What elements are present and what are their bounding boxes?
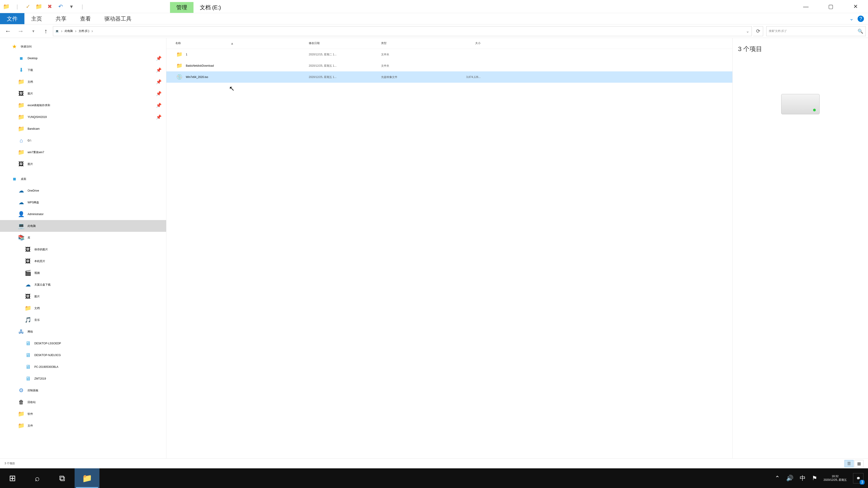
chevron-right-icon[interactable]: › — [92, 29, 93, 33]
tree-item[interactable]: DESKTOP-NJEU3CG — [0, 349, 166, 361]
new-folder-icon[interactable]: 📁 — [34, 2, 43, 11]
tree-item[interactable]: WPS网盘 — [0, 197, 166, 208]
tray-overflow-icon[interactable]: ⌃ — [775, 475, 780, 482]
tree-item[interactable]: 文档📌 — [0, 76, 166, 88]
tree-item[interactable]: 保存的图片 — [0, 243, 166, 255]
tree-item[interactable]: 音乐 — [0, 314, 166, 326]
ribbon-tab-drive-tools[interactable]: 驱动器工具 — [98, 13, 138, 24]
close-button[interactable]: ✕ — [843, 0, 868, 13]
tree-item[interactable]: 视频 — [0, 267, 166, 279]
column-headers[interactable]: 名称▲ 修改日期 类型 大小 — [166, 38, 733, 49]
tree-desktop[interactable]: 桌面 — [0, 173, 166, 185]
volume-icon[interactable]: 🔊 — [786, 475, 794, 482]
navigation-tree[interactable]: 快速访问 Desktop📌下载📌文档📌图片📌excel表格制作求和📌YUNQIS… — [0, 38, 166, 458]
app-icon[interactable]: 📁 — [2, 2, 11, 11]
security-icon[interactable]: ⚑ — [812, 475, 817, 482]
column-date[interactable]: 修改日期 — [309, 41, 381, 45]
maximize-button[interactable]: ▢ — [818, 0, 843, 13]
tree-item[interactable]: Desktop📌 — [0, 53, 166, 64]
clock[interactable]: 16:32 2020/12/25, 星期五 — [824, 475, 847, 482]
tree-item[interactable]: Bandicam — [0, 123, 166, 135]
explorer-taskbar-icon[interactable]: 📁 — [74, 468, 99, 488]
tree-network[interactable]: 网络 — [0, 326, 166, 337]
file-type: 光盘映像文件 — [381, 75, 442, 79]
tree-item[interactable]: OneDrive — [0, 185, 166, 197]
tree-item[interactable]: 本机照片 — [0, 255, 166, 267]
column-size[interactable]: 大小 — [442, 41, 480, 45]
history-dropdown-icon[interactable]: ▾ — [28, 26, 39, 36]
qat-separator: | — [13, 2, 22, 11]
search-box[interactable]: 搜索"文档 (E:)" 🔍 — [766, 26, 866, 36]
delete-icon[interactable]: ✖ — [45, 2, 54, 11]
tree-item[interactable]: Administrator — [0, 208, 166, 220]
start-button[interactable]: ⊞ — [0, 468, 25, 488]
tree-item[interactable]: 软件 — [0, 408, 166, 420]
large-icons-view-button[interactable]: ▦ — [855, 460, 864, 467]
ribbon-tab-file[interactable]: 文件 — [0, 13, 24, 24]
tree-item[interactable]: 天翼云盘下载 — [0, 279, 166, 291]
tree-item[interactable]: 图片 — [0, 291, 166, 302]
tree-item[interactable]: 控制面板 — [0, 385, 166, 396]
undo-icon[interactable]: ↶ — [56, 2, 65, 11]
back-button[interactable]: ← — [2, 26, 13, 36]
explorer-window: 📁 | ✓ 📁 ✖ ↶ ▾ | 管理 文档 (E:) — ▢ ✕ 文件 主页 共… — [0, 0, 868, 468]
minimize-button[interactable]: — — [794, 0, 818, 13]
chevron-right-icon[interactable]: › — [75, 29, 76, 33]
file-row[interactable]: BaiduNetdiskDownload2020/12/25, 星期五 1...… — [166, 60, 733, 71]
tree-item-icon — [18, 114, 24, 120]
tree-item[interactable]: 库 — [0, 232, 166, 243]
up-button[interactable]: ↑ — [40, 26, 52, 36]
expand-ribbon-icon[interactable]: ⌄ — [849, 16, 854, 22]
action-center-icon[interactable]: 💬3 — [853, 473, 864, 484]
column-type[interactable]: 类型 — [381, 41, 442, 45]
tree-item[interactable]: G:\ — [0, 135, 166, 147]
pin-icon: 📌 — [156, 67, 162, 73]
refresh-button[interactable]: ⟳ — [753, 26, 763, 36]
tree-item-label: YUNQISHI2019 — [28, 116, 47, 119]
pin-icon: 📌 — [156, 79, 162, 85]
tree-item[interactable]: DESKTOP-LSSOEDP — [0, 337, 166, 349]
system-tray: ⌃ 🔊 中 ⚑ 16:32 2020/12/25, 星期五 💬3 — [775, 468, 868, 488]
tree-item[interactable]: 文件 — [0, 420, 166, 431]
qat-dropdown-icon[interactable]: ▾ — [67, 2, 76, 11]
tree-item-icon — [25, 305, 31, 311]
tree-item[interactable]: excel表格制作求和📌 — [0, 99, 166, 111]
file-row[interactable]: Win7x64_2020.iso2020/12/25, 星期五 1...光盘映像… — [166, 71, 733, 83]
tree-item[interactable]: ZMT2019 — [0, 373, 166, 385]
tree-item-label: Administrator — [28, 213, 43, 216]
tree-item[interactable]: YUNQISHI2019📌 — [0, 111, 166, 123]
tree-quick-access[interactable]: 快速访问 — [0, 41, 166, 53]
address-dropdown-icon[interactable]: ⌄ — [746, 29, 749, 34]
search-icon[interactable]: 🔍 — [858, 29, 863, 34]
tree-item[interactable]: 文档 — [0, 302, 166, 314]
ribbon-tab-share[interactable]: 共享 — [49, 13, 73, 24]
tree-item-icon — [18, 422, 24, 429]
taskbar[interactable]: ⊞ ⌕ ⧉ 📁 ⌃ 🔊 中 ⚑ 16:32 2020/12/25, 星期五 💬3 — [0, 468, 868, 488]
column-name[interactable]: 名称▲ — [176, 41, 309, 45]
tree-item[interactable]: 下载📌 — [0, 64, 166, 76]
ribbon-tab-view[interactable]: 查看 — [73, 13, 98, 24]
properties-icon[interactable]: ✓ — [24, 2, 33, 11]
ribbon-tab-home[interactable]: 主页 — [24, 13, 49, 24]
help-icon[interactable]: ? — [858, 15, 864, 22]
task-view-button[interactable]: ⧉ — [50, 468, 74, 488]
tree-item-icon — [25, 352, 31, 358]
breadcrumb-item[interactable]: 此电脑 — [65, 29, 73, 33]
tree-item[interactable]: 回收站 — [0, 396, 166, 408]
address-bar[interactable]: 💻 › 此电脑 › 文档 (E:) › ⌄ — [53, 26, 752, 36]
search-button[interactable]: ⌕ — [25, 468, 50, 488]
forward-button[interactable]: → — [15, 26, 26, 36]
chevron-right-icon[interactable]: › — [61, 29, 62, 33]
breadcrumb-item[interactable]: 文档 (E:) — [79, 29, 89, 33]
tree-item[interactable]: 图片📌 — [0, 88, 166, 99]
file-row[interactable]: 12020/12/15, 星期二 1...文件夹 — [166, 49, 733, 60]
tree-item[interactable]: win7重装win7 — [0, 147, 166, 158]
tree-item-icon — [25, 340, 31, 347]
tree-item[interactable]: 此电脑 — [0, 220, 166, 232]
tree-item-label: 软件 — [28, 412, 33, 416]
context-tab-manage[interactable]: 管理 — [170, 2, 193, 13]
details-view-button[interactable]: ☰ — [844, 460, 854, 467]
tree-item[interactable]: PC-20190530OBLA — [0, 361, 166, 373]
tree-item[interactable]: 图片 — [0, 158, 166, 170]
ime-indicator[interactable]: 中 — [800, 474, 806, 482]
